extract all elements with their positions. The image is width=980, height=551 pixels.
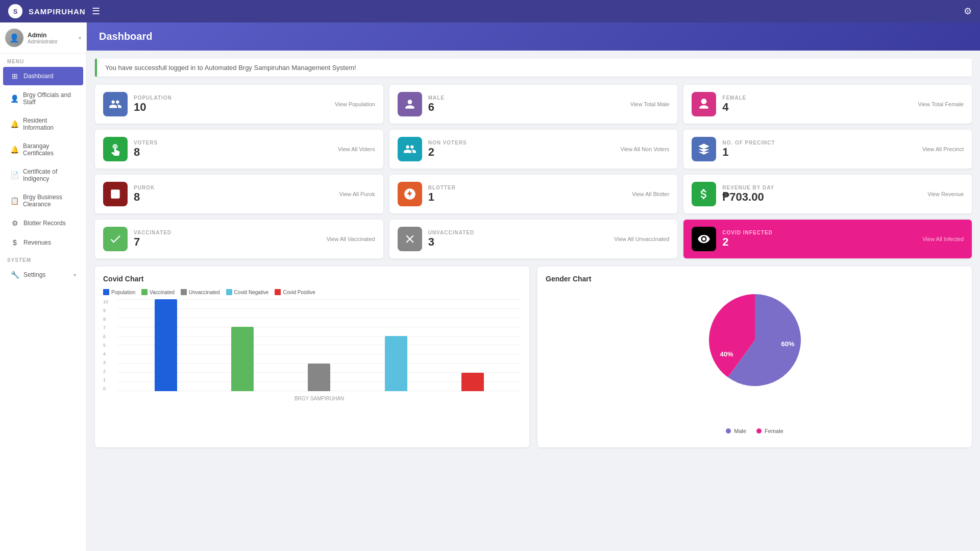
gender-chart-title: Gender Chart bbox=[546, 275, 964, 283]
stat-label: FEMALE bbox=[722, 95, 746, 101]
legend-covid-positive: Covid Positive bbox=[275, 289, 315, 295]
stat-value: 10 bbox=[134, 101, 172, 114]
covid-icon-box bbox=[692, 227, 716, 251]
bar-population bbox=[155, 299, 177, 391]
sidebar-item-dashboard[interactable]: ⊞ Dashboard bbox=[3, 67, 83, 85]
y-axis: 10 9 8 7 6 5 4 3 2 1 0 bbox=[103, 299, 108, 391]
stat-card-male: MALE 6 View Total Male bbox=[389, 85, 678, 124]
covid-chart-title: Covid Chart bbox=[103, 275, 521, 283]
certs-icon: 🔔 bbox=[10, 146, 19, 154]
stat-label: REVENUE BY DAY bbox=[722, 185, 774, 190]
stat-label: NON VOTERS bbox=[428, 140, 467, 146]
stat-link-vaccinated[interactable]: View All Vaccinated bbox=[327, 236, 375, 242]
sidebar-item-label: Revenues bbox=[23, 239, 51, 246]
stat-card-voters: VOTERS 8 View All Voters bbox=[95, 130, 383, 169]
settings-nav-icon: 🔧 bbox=[10, 271, 19, 279]
sidebar-item-revenues[interactable]: $ Revenues bbox=[3, 233, 83, 252]
menu-section-label: MENU bbox=[0, 54, 86, 66]
bar-unvaccinated bbox=[308, 364, 330, 391]
dropdown-arrow-icon[interactable]: ▾ bbox=[79, 35, 81, 41]
sidebar-item-label: Dashboard bbox=[23, 73, 54, 80]
pie-label-female: 40% bbox=[720, 350, 733, 358]
blotter-icon: ⚙ bbox=[10, 219, 19, 227]
stat-link-voters[interactable]: View All Voters bbox=[338, 146, 375, 152]
stat-link-non-voters[interactable]: View All Non Voters bbox=[621, 146, 670, 152]
alert-message: You have successfull logged in to Automa… bbox=[105, 64, 356, 71]
stat-value: 6 bbox=[428, 101, 445, 114]
main-layout: 👤 Admin Administrator ▾ MENU ⊞ Dashboard… bbox=[0, 22, 980, 551]
stat-link-precinct[interactable]: View All Precinct bbox=[922, 146, 964, 152]
bar-covid-negative bbox=[385, 336, 407, 391]
sidebar-item-resident-info[interactable]: 🔔 Resident Information bbox=[3, 112, 83, 136]
male-icon-box bbox=[398, 92, 422, 116]
stat-value: 4 bbox=[722, 101, 746, 114]
stat-card-covid: COVID INFECTED 2 View All Infected bbox=[683, 220, 972, 258]
stat-value: 8 bbox=[134, 146, 158, 159]
stat-value: 3 bbox=[428, 235, 475, 249]
stat-value: ₱703.00 bbox=[722, 190, 774, 204]
stat-value: 1 bbox=[428, 190, 456, 204]
sidebar-item-cert-indigency[interactable]: 📄 Certificate of Indigency bbox=[3, 163, 83, 187]
stat-label: PUROK bbox=[134, 185, 155, 190]
female-icon-box bbox=[692, 92, 716, 116]
bars-container bbox=[117, 299, 521, 391]
resident-icon: 🔔 bbox=[10, 120, 19, 128]
stat-label: VACCINATED bbox=[134, 230, 172, 235]
top-navigation: S SAMPIRUHAN ☰ ⚙ bbox=[0, 0, 980, 22]
page-header: Dashboard bbox=[87, 22, 980, 51]
sidebar-item-label: Certificate of Indigency bbox=[23, 168, 76, 182]
non-voters-icon-box bbox=[398, 137, 422, 161]
sidebar-item-barangay-certs[interactable]: 🔔 Barangay Certificates bbox=[3, 137, 83, 162]
sidebar-item-brgy-officials[interactable]: 👤 Brgy Officials and Staff bbox=[3, 86, 83, 111]
content-body: You have successfull logged in to Automa… bbox=[87, 51, 980, 551]
pie-chart-container: 40% 60% Male Female bbox=[546, 289, 964, 439]
app-logo: S bbox=[8, 4, 22, 18]
stat-link-purok[interactable]: View All Purok bbox=[339, 191, 375, 197]
stat-link-male[interactable]: View Total Male bbox=[630, 101, 670, 107]
indigency-icon: 📄 bbox=[10, 171, 19, 179]
stat-card-unvaccinated: UNVACCINATED 3 View All Unvaccinated bbox=[389, 220, 678, 258]
stat-card-blotter: BLOTTER 1 View All Blotter bbox=[389, 175, 678, 213]
legend-vaccinated: Vaccinated bbox=[141, 289, 175, 295]
stats-grid: POPULATION 10 View Population MALE bbox=[95, 85, 972, 258]
hamburger-icon[interactable]: ☰ bbox=[92, 6, 100, 17]
clearance-icon: 📋 bbox=[10, 197, 19, 205]
sidebar-user: 👤 Admin Administrator ▾ bbox=[0, 22, 86, 54]
sidebar-item-label: Brgy Officials and Staff bbox=[23, 91, 76, 106]
stat-link-unvaccinated[interactable]: View All Unvaccinated bbox=[614, 236, 669, 242]
settings-arrow-icon: ▾ bbox=[74, 272, 76, 278]
stat-card-precinct: NO. OF PRECINCT 1 View All Precinct bbox=[683, 130, 972, 169]
stat-label: COVID INFECTED bbox=[722, 230, 772, 235]
purok-icon-box bbox=[103, 182, 128, 206]
system-section-label: SYSTEM bbox=[0, 252, 86, 265]
legend-unvaccinated: Unvaccinated bbox=[181, 289, 220, 295]
user-role: Administrator bbox=[28, 39, 75, 44]
stat-link-covid[interactable]: View All Infected bbox=[922, 236, 964, 242]
bar-chart-area: 10 9 8 7 6 5 4 3 2 1 0 bbox=[103, 299, 521, 401]
user-info: Admin Administrator bbox=[28, 32, 75, 44]
pie-label-male: 60% bbox=[781, 340, 794, 348]
app-title: SAMPIRUHAN bbox=[29, 7, 86, 16]
covid-chart-card: Covid Chart Population Vaccinated Unv bbox=[95, 267, 529, 447]
user-name: Admin bbox=[28, 32, 75, 39]
settings-icon[interactable]: ⚙ bbox=[964, 6, 972, 17]
sidebar: 👤 Admin Administrator ▾ MENU ⊞ Dashboard… bbox=[0, 22, 87, 551]
sidebar-item-blotter-records[interactable]: ⚙ Blotter Records bbox=[3, 214, 83, 232]
stat-link-population[interactable]: View Population bbox=[335, 101, 375, 107]
sidebar-item-settings[interactable]: 🔧 Settings ▾ bbox=[3, 266, 83, 284]
vaccinated-icon-box bbox=[103, 227, 128, 251]
page-title: Dashboard bbox=[99, 31, 152, 42]
sidebar-item-label: Brgy Business Clearance bbox=[23, 194, 76, 208]
stat-link-female[interactable]: View Total Female bbox=[918, 101, 964, 107]
stat-value: 2 bbox=[722, 235, 772, 249]
sidebar-item-brgy-clearance[interactable]: 📋 Brgy Business Clearance bbox=[3, 188, 83, 213]
stat-label: NO. OF PRECINCT bbox=[722, 140, 775, 146]
bar-chart-legend: Population Vaccinated Unvaccinated bbox=[103, 289, 521, 295]
legend-population: Population bbox=[103, 289, 135, 295]
sidebar-item-label: Blotter Records bbox=[23, 220, 66, 227]
stat-link-blotter[interactable]: View All Blotter bbox=[632, 191, 669, 197]
precinct-icon-box bbox=[692, 137, 716, 161]
avatar: 👤 bbox=[5, 29, 23, 47]
sidebar-item-label: Settings bbox=[23, 271, 45, 278]
stat-link-revenue[interactable]: View Revenue bbox=[927, 191, 964, 197]
